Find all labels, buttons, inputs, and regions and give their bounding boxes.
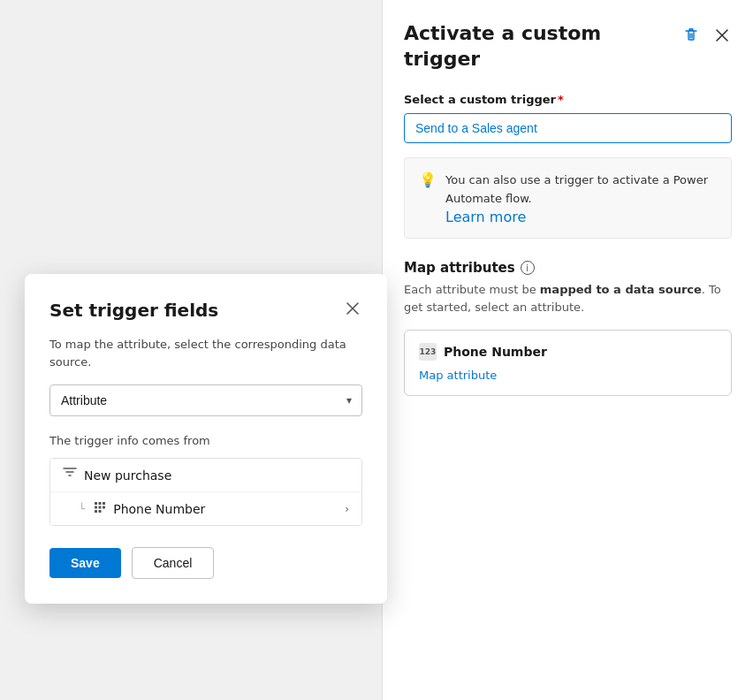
map-attributes-title: Map attributes [404,260,515,276]
info-content: You can also use a trigger to activate a… [445,171,717,225]
svg-rect-2 [103,502,105,505]
map-attributes-desc: Each attribute must be mapped to a data … [404,281,732,316]
dialog-close-button[interactable] [343,299,362,322]
set-trigger-dialog: Set trigger fields To map the attribute,… [25,274,387,604]
info-box: 💡 You can also use a trigger to activate… [404,157,732,239]
panel-header: Activate a custom trigger [404,21,732,72]
attribute-dropdown-wrapper: Attribute Variable Static value ▾ [49,384,362,416]
map-attributes-info-icon[interactable]: i [521,261,535,275]
attribute-name: Phone Number [444,345,547,359]
svg-rect-4 [99,506,102,509]
dialog-close-icon [346,302,359,315]
dialog-header: Set trigger fields [49,299,362,322]
svg-rect-6 [95,510,97,513]
list-item-phone-number[interactable]: └ Phone Number › [50,491,361,525]
trigger-info-label: The trigger info comes from [49,434,362,447]
map-attribute-link[interactable]: Map attribute [419,369,497,382]
svg-rect-3 [95,506,97,509]
attribute-card: 123 Phone Number Map attribute [404,330,732,396]
new-purchase-label: New purchase [84,468,171,483]
attribute-card-header: 123 Phone Number [419,343,717,361]
cancel-button[interactable]: Cancel [132,547,215,579]
filter-icon [63,468,77,483]
lightbulb-icon: 💡 [419,171,437,225]
phone-number-left: └ Phone Number [79,501,205,516]
list-item-new-purchase: New purchase [50,459,361,491]
dialog-description: To map the attribute, select the corresp… [49,336,362,370]
svg-rect-5 [103,506,105,509]
dialog-footer: Save Cancel [49,547,362,579]
delete-icon [684,28,698,42]
close-panel-button[interactable] [712,26,732,45]
right-panel: Activate a custom trigger Select a custo… [382,0,753,700]
save-button[interactable]: Save [49,548,121,578]
phone-number-grid-icon [94,501,106,516]
panel-icons [681,25,732,46]
panel-title: Activate a custom trigger [404,21,681,72]
chevron-right-icon: › [345,503,349,515]
attribute-dropdown[interactable]: Attribute Variable Static value [49,384,362,416]
delete-button[interactable] [681,25,702,46]
phone-number-label: Phone Number [113,502,205,516]
close-icon [716,29,728,42]
learn-more-link[interactable]: Learn more [445,209,717,225]
svg-rect-7 [99,510,102,513]
sub-connector-icon: └ [79,503,85,515]
select-trigger-label: Select a custom trigger* [404,93,732,106]
svg-rect-0 [95,502,97,505]
trigger-input[interactable] [404,113,732,143]
svg-rect-1 [99,502,102,505]
trigger-list: New purchase └ Phone Nu [49,458,362,526]
map-attributes-header: Map attributes i [404,260,732,276]
dialog-title: Set trigger fields [49,300,218,321]
phone-number-icon: 123 [419,343,437,361]
